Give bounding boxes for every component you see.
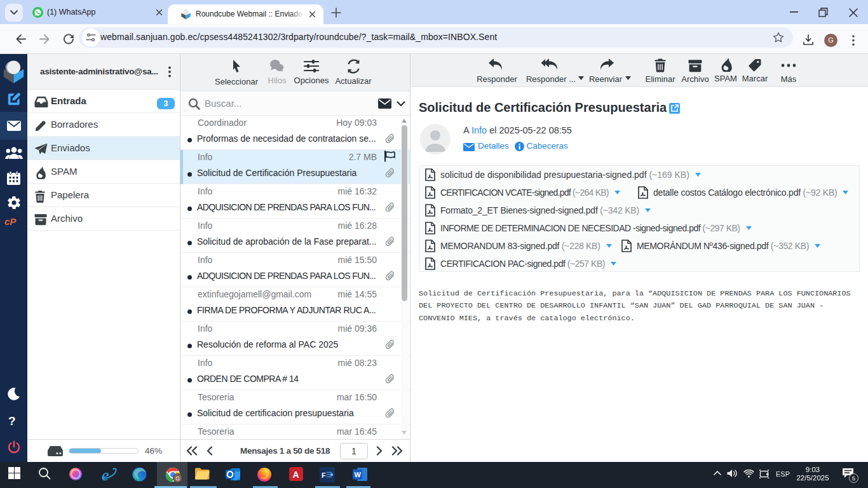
- svg-text:F: F: [322, 471, 326, 479]
- svg-text:W: W: [355, 471, 362, 478]
- svg-text:e: e: [102, 467, 109, 482]
- svg-text:A: A: [293, 470, 299, 480]
